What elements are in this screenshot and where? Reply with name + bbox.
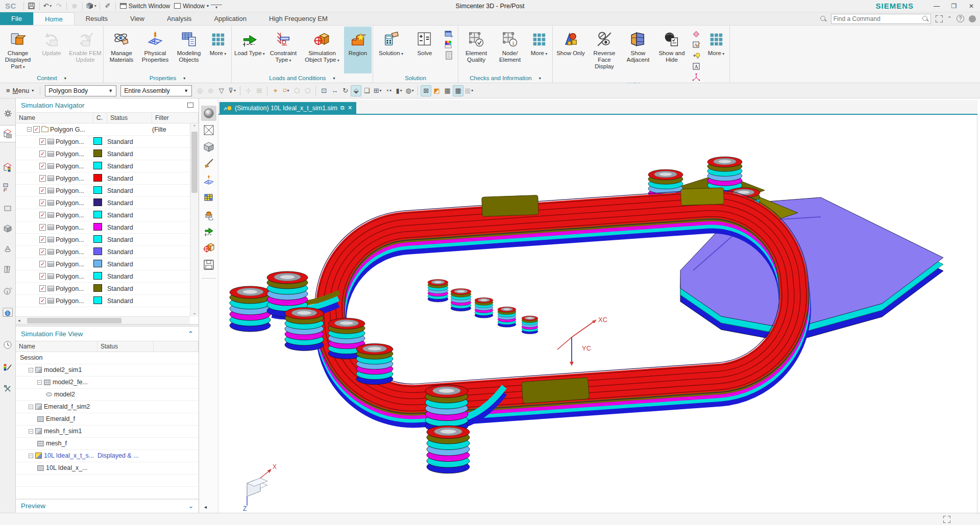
- show-only-button[interactable]: Show Only: [554, 27, 587, 82]
- checkbox-checked[interactable]: ✓: [39, 248, 46, 255]
- show-adjacent-button[interactable]: Show Adjacent: [621, 27, 655, 82]
- mesh-numbers-icon[interactable]: ▦: [453, 85, 463, 96]
- node-element-button[interactable]: iNode/ Element: [493, 27, 527, 73]
- load-arrow-icon[interactable]: [201, 223, 216, 239]
- tab-modified-icon[interactable]: ⧉: [340, 105, 345, 111]
- save-disk-icon[interactable]: [201, 257, 216, 272]
- undo-button[interactable]: ↶▾: [42, 1, 53, 11]
- show-and-hide-button[interactable]: Show and Hide: [655, 27, 689, 82]
- table-row[interactable]: ✓ Polygon...Standard: [16, 234, 199, 246]
- expand-section-icon[interactable]: ⌄: [188, 503, 193, 510]
- table-row[interactable]: ✓ Polygon...Standard: [16, 283, 199, 295]
- snap-enable-icon[interactable]: ⊘: [205, 85, 216, 96]
- pink-diamond-icon[interactable]: [691, 30, 701, 39]
- checkbox-checked[interactable]: ✓: [39, 236, 46, 243]
- more-button[interactable]: More ▾: [206, 27, 230, 73]
- view-scale-icon[interactable]: ⊞▾: [372, 85, 383, 96]
- resource-tab-xy-function-icon[interactable]: [0, 179, 15, 196]
- file-view-row[interactable]: [16, 474, 199, 487]
- resource-tab-color-wand-icon[interactable]: [0, 359, 15, 376]
- color-grid-icon[interactable]: [444, 40, 454, 49]
- close-button[interactable]: ✕: [963, 0, 980, 12]
- table-row[interactable]: ✓ Polygon...Standard: [16, 295, 199, 307]
- selection-filter-icon[interactable]: ▽: [216, 85, 227, 96]
- table-row[interactable]: ✓ Polygon...Standard: [16, 185, 199, 197]
- letter-a-icon[interactable]: A: [691, 62, 701, 71]
- resource-tab-tools-icon[interactable]: [0, 380, 15, 397]
- bulb-plus-icon[interactable]: [691, 51, 701, 60]
- graphics-window[interactable]: XC YC X Z: [218, 115, 977, 513]
- color-swatch[interactable]: [93, 186, 102, 194]
- modeling-objects-button[interactable]: Modeling Objects: [172, 27, 206, 73]
- solution-button[interactable]: Solution ▾: [374, 27, 408, 73]
- pick-box-icon[interactable]: ⊞: [254, 85, 264, 96]
- cube-b-icon[interactable]: ⬡: [302, 85, 313, 96]
- resource-tab-web-browser-icon[interactable]: [0, 304, 15, 321]
- tab-file[interactable]: File: [0, 12, 33, 25]
- shaded-cube-icon[interactable]: ▾: [85, 1, 97, 11]
- element-quality-button[interactable]: Element Quality: [459, 27, 493, 73]
- selection-scope-filter[interactable]: Entire Assembly▼: [120, 85, 192, 96]
- value-sphere-icon[interactable]: [201, 106, 216, 121]
- annotation-a-icon[interactable]: A: [691, 40, 701, 49]
- more-button[interactable]: More ▾: [527, 27, 551, 73]
- customize-quick-access-icon[interactable]: ▾: [211, 5, 222, 10]
- user-presence-icon[interactable]: [969, 15, 976, 22]
- float-panel-icon[interactable]: [187, 102, 193, 109]
- see-through-icon[interactable]: ◍▾: [404, 85, 415, 96]
- help-icon[interactable]: ?: [957, 15, 964, 22]
- command-search[interactable]: [831, 14, 931, 24]
- color-swatch[interactable]: [93, 162, 102, 169]
- resize-grip-icon[interactable]: [943, 516, 950, 523]
- cylinder-wrench-icon[interactable]: [201, 207, 216, 222]
- save-icon[interactable]: [26, 1, 37, 11]
- collapse-icon[interactable]: −: [29, 429, 33, 434]
- file-view-header[interactable]: Name Status: [16, 341, 199, 352]
- physical-properties-button[interactable]: Physical Properties: [138, 27, 172, 73]
- color-swatch[interactable]: [93, 174, 102, 182]
- render-style-icon[interactable]: ◩: [431, 85, 442, 96]
- resource-tab-post-navigator-icon[interactable]: [0, 159, 15, 176]
- resource-tab-library-icon[interactable]: [0, 261, 15, 278]
- tab-high-frequency-em[interactable]: High Frequency EM: [258, 12, 339, 25]
- cube-a-icon[interactable]: ⬡: [291, 85, 302, 96]
- window-menu-button[interactable]: Window▾: [174, 3, 209, 10]
- manage-materials-button[interactable]: Manage Materials: [105, 27, 138, 73]
- cube-target-icon[interactable]: [201, 240, 216, 256]
- checkbox-checked[interactable]: ✓: [39, 187, 46, 194]
- color-swatch[interactable]: [93, 272, 102, 280]
- eraser-icon[interactable]: ✐: [102, 1, 113, 11]
- tab-application[interactable]: Application: [203, 12, 258, 25]
- tab-results[interactable]: Results: [75, 12, 119, 25]
- checkbox-checked[interactable]: ✓: [39, 212, 46, 218]
- table-row[interactable]: ✓ Polygon...Standard: [16, 209, 199, 221]
- switch-window-button[interactable]: Switch Window: [120, 3, 170, 10]
- file-view-row[interactable]: −model2_fe...: [16, 377, 199, 389]
- checkbox-checked[interactable]: ✓: [39, 285, 46, 292]
- file-view-row[interactable]: −model2_sim1: [16, 364, 199, 377]
- file-view-row[interactable]: [16, 487, 199, 499]
- window-fit-icon[interactable]: ↔: [329, 85, 340, 96]
- target-region-icon[interactable]: ⌑▾: [281, 85, 291, 96]
- checkbox-checked[interactable]: ✓: [33, 126, 40, 133]
- checkbox-checked[interactable]: ✓: [39, 261, 46, 267]
- color-swatch[interactable]: [93, 247, 102, 255]
- resource-tab-cube-icon[interactable]: [0, 220, 15, 237]
- checkbox-checked[interactable]: ✓: [39, 151, 46, 157]
- collapse-icon[interactable]: −: [29, 405, 33, 409]
- table-row[interactable]: ✓ Polygon...Standard: [16, 148, 199, 160]
- resource-tab-history-clock-icon[interactable]: [0, 336, 15, 354]
- paint-brush-icon[interactable]: [201, 156, 216, 171]
- table-row[interactable]: ✓ Polygon...Standard: [16, 246, 199, 258]
- shaded-view-icon[interactable]: ⬙: [351, 85, 361, 96]
- snap-point-icon[interactable]: ◎: [194, 85, 205, 96]
- selection-type-filter[interactable]: Polygon Body▼: [45, 85, 116, 96]
- collapse-rail-icon[interactable]: ◂: [204, 504, 207, 510]
- checkbox-checked[interactable]: ✓: [39, 273, 46, 280]
- filter-list-icon[interactable]: ⊽▾: [227, 85, 237, 96]
- minimize-button[interactable]: —: [928, 0, 945, 12]
- file-view-row[interactable]: mesh_f: [16, 438, 199, 450]
- pick-lowest-icon[interactable]: ⊹: [243, 85, 254, 96]
- tab-close-icon[interactable]: ✕: [348, 105, 352, 111]
- update-button[interactable]: Update: [35, 27, 68, 73]
